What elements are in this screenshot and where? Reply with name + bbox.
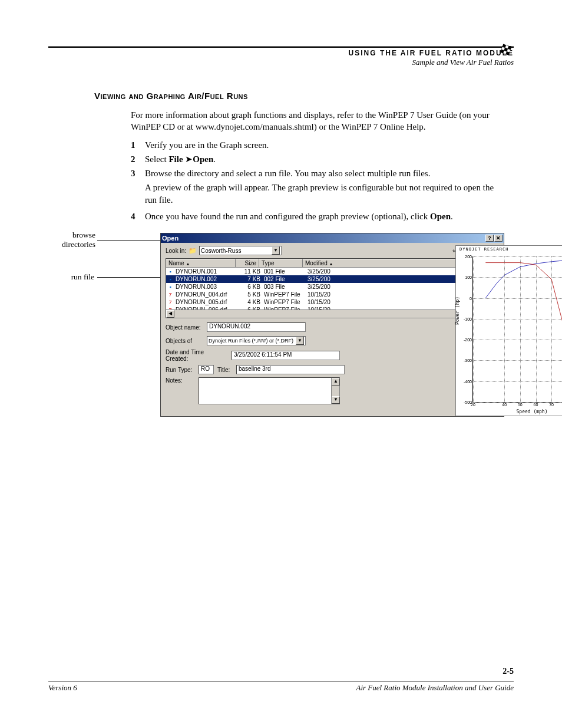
file-list-header: Name ▲ Size Type Modified ▲ xyxy=(166,259,498,268)
step-text: Select File ➤Open. xyxy=(145,153,495,165)
page-header: USING THE AIR FUEL RATIO MODULE Sample a… xyxy=(48,49,514,67)
help-button[interactable]: ? xyxy=(485,235,494,242)
intro-paragraph: For more information about graph functio… xyxy=(131,109,495,133)
graph-title: DYNOJET RESEARCH xyxy=(459,247,508,252)
file-list[interactable]: Name ▲ Size Type Modified ▲ ▪DYNORUN.001… xyxy=(166,258,499,318)
dialog-form: Object name: DYNORUN.002 Open Objects of… xyxy=(161,318,504,411)
col-type[interactable]: Type xyxy=(259,259,303,267)
step-number: 4 xyxy=(131,210,145,222)
chevron-down-icon[interactable]: ▼ xyxy=(272,246,280,255)
step-3: 3 Browse the directory and select a run … xyxy=(131,167,495,179)
plot-area: 20405060708090100-500-400-300-200-100010… xyxy=(472,256,562,403)
section-title: Viewing and Graphing Air/Fuel Runs xyxy=(94,91,495,101)
scroll-left-icon[interactable]: ◀ xyxy=(166,310,174,318)
lookin-label: Look in: xyxy=(166,248,186,254)
objects-of-label: Objects of xyxy=(166,338,203,344)
chevron-down-icon[interactable]: ▼ xyxy=(296,337,304,345)
col-name[interactable]: Name ▲ xyxy=(166,259,236,267)
callout-line xyxy=(97,241,165,241)
close-button[interactable]: ✕ xyxy=(494,235,503,242)
step-number: 2 xyxy=(131,153,145,165)
file-row[interactable]: ▪DYNORUN.0027 KB002 File3/25/200 xyxy=(166,275,498,283)
checkered-flag-icon xyxy=(497,43,515,61)
title-label: Title: xyxy=(217,367,233,373)
x-axis-label: Speed (mph) xyxy=(517,409,548,414)
objects-of-combo[interactable]: Dynojet Run Files (*.###) or (*.DRF) ▼ xyxy=(207,336,306,345)
step-2: 2 Select File ➤Open. xyxy=(131,153,495,165)
figure-2-5: browse directories run file graph previe… xyxy=(53,233,560,241)
lookin-value: Cosworth-Russ xyxy=(201,248,241,254)
dialog-title: Open xyxy=(162,235,178,242)
step-text: Once you have found the run and configur… xyxy=(145,210,495,222)
footer-version: Version 6 xyxy=(48,683,77,693)
datetime-label: Date and Time Created: xyxy=(166,349,228,362)
step-number: 3 xyxy=(131,167,145,179)
y-axis-label: Power (hp) xyxy=(455,297,460,325)
file-row[interactable]: 7DYNORUN_005.drf4 KBWinPEP7 File10/15/20 xyxy=(166,298,498,306)
scroll-down-icon[interactable]: ▼ xyxy=(332,396,340,404)
footer-doc-title: Air Fuel Ratio Module Installation and U… xyxy=(356,683,514,693)
object-name-input[interactable]: DYNORUN.002 xyxy=(207,322,306,332)
graph-header: DYNOJET RESEARCH CF: SAE Smoothing: 4 xyxy=(456,246,562,253)
horizontal-scrollbar[interactable]: ◀ ▶ xyxy=(166,309,490,318)
step-text: Verify you are in the Graph screen. xyxy=(145,139,495,151)
file-row[interactable]: 7DYNORUN_004.drf5 KBWinPEP7 File10/15/20 xyxy=(166,291,498,298)
step-4: 4 Once you have found the run and config… xyxy=(131,210,495,222)
callout-browse-dirs: browse directories xyxy=(48,230,95,249)
title-input[interactable]: baseline 3rd xyxy=(236,365,345,374)
header-title: USING THE AIR FUEL RATIO MODULE xyxy=(48,49,514,57)
callout-run-file: run file xyxy=(59,272,94,282)
object-name-label: Object name: xyxy=(166,324,203,331)
datetime-input[interactable]: 3/25/2002 6:11:54 PM xyxy=(232,351,340,360)
header-subtitle: Sample and View Air Fuel Ratios xyxy=(48,58,514,67)
folder-icon: 📁 xyxy=(189,247,197,255)
step-3-sub: A preview of the graph will appear. The … xyxy=(145,182,495,206)
notes-scrollbar[interactable]: ▲ ▼ xyxy=(331,378,339,404)
runtype-input[interactable]: RO xyxy=(199,365,214,374)
file-row[interactable]: ▪DYNORUN.00111 KB001 File3/25/200 xyxy=(166,268,498,275)
col-size[interactable]: Size xyxy=(236,259,259,267)
step-number: 1 xyxy=(131,139,145,151)
lookin-row: Look in: 📁 Cosworth-Russ ▼ ⇦ 📁 📂 ▦▾ xyxy=(161,243,504,258)
dialog-titlebar[interactable]: Open ? ✕ xyxy=(161,233,504,243)
header-rule xyxy=(48,46,514,48)
notes-textarea[interactable]: ▲ ▼ xyxy=(199,377,340,404)
open-dialog: Open ? ✕ Look in: 📁 Cosworth-Russ ▼ ⇦ 📁 … xyxy=(160,233,504,417)
graph-preview-panel: DYNOJET RESEARCH CF: SAE Smoothing: 4 Po… xyxy=(455,245,562,416)
lookin-combo[interactable]: Cosworth-Russ ▼ xyxy=(199,246,282,255)
step-text: Browse the directory and select a run fi… xyxy=(145,167,495,179)
callout-line xyxy=(97,277,165,278)
notes-label: Notes: xyxy=(166,377,195,384)
scroll-up-icon[interactable]: ▲ xyxy=(332,378,340,386)
page-number: 2-5 xyxy=(503,667,514,676)
runtype-label: Run Type: xyxy=(166,367,195,373)
step-1: 1 Verify you are in the Graph screen. xyxy=(131,139,495,151)
file-row[interactable]: ▪DYNORUN.0036 KB003 File3/25/200 xyxy=(166,283,498,291)
page-footer: Version 6 Air Fuel Ratio Module Installa… xyxy=(48,681,514,693)
